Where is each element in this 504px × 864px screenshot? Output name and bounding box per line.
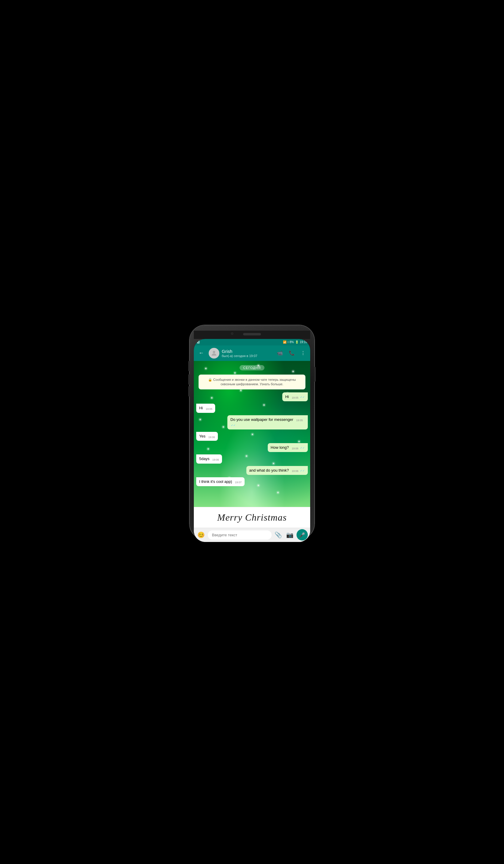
last-seen: был(-а) сегодня в 19:07 (222, 354, 275, 358)
emoji-button[interactable]: 😊 (196, 530, 206, 540)
message-text: I think it's cool app) (199, 479, 232, 484)
message-row: I think it's cool app) 19:07 (196, 477, 308, 486)
notification-icon: 🖼 (197, 340, 200, 344)
encryption-notice: 🔒 Сообщения и звонки в данном чате тепер… (199, 374, 305, 390)
message-time: 19:06 (292, 469, 299, 473)
message-text: and what do you think? (249, 468, 289, 472)
merry-christmas-text: Merry Christmas (217, 512, 287, 523)
battery-level: 8% (290, 340, 294, 344)
message-ticks: ✓✓ (300, 469, 305, 472)
message-time: 19:06 (208, 435, 215, 439)
message-text: How long? (271, 445, 289, 450)
message-bubble-received: I think it's cool app) 19:07 (196, 477, 244, 486)
phone-content: 🖼 📶 Ⅰ 8% 🔋 19:10 ← (194, 339, 310, 542)
more-options-button[interactable]: ⋮ (298, 348, 308, 358)
phone-camera (231, 333, 233, 335)
phone-speaker (243, 333, 261, 335)
message-text: Hi (199, 406, 203, 410)
message-row: and what do you think? 19:06 ✓✓ (196, 466, 308, 475)
status-right: 📶 Ⅰ 8% 🔋 19:10 (283, 340, 307, 344)
message-row: How long? 19:06 ✓✓ (196, 443, 308, 452)
status-left: 🖼 (197, 340, 200, 344)
message-time: 19:07 (235, 481, 242, 484)
message-bubble-received: Yes 19:06 (196, 432, 218, 441)
avatar (209, 348, 219, 359)
contact-info: Grish был(-а) сегодня в 19:07 (222, 349, 275, 358)
message-text: Do you use wallpaper for messenger (230, 417, 293, 422)
avatar-icon (211, 350, 218, 357)
merry-christmas-banner: Merry Christmas (194, 507, 310, 528)
status-bar: 🖼 📶 Ⅰ 8% 🔋 19:10 (194, 339, 310, 346)
message-text: Yes (199, 434, 205, 439)
message-bubble-sent: How long? 19:06 ✓✓ (268, 443, 308, 452)
chat-area: СЕГОДНЯ 🔒 Сообщения и звонки в данном ча… (194, 361, 310, 507)
phone-frame: 🖼 📶 Ⅰ 8% 🔋 19:10 ← (190, 325, 314, 539)
app-bar: ← Grish был(-а) сегодня в 19:07 📹 📞 ⋮ (194, 346, 310, 361)
message-bubble-sent: Do you use wallpaper for messenger 19:05… (227, 415, 308, 430)
message-time: 19:05 (292, 396, 299, 400)
video-call-button[interactable]: 📹 (275, 348, 285, 358)
clock: 19:10 (300, 340, 307, 344)
message-text: Hi (285, 394, 289, 399)
message-bubble-received: Hi 19:05 (196, 404, 215, 412)
camera-button[interactable]: 📷 (285, 530, 295, 540)
phone-top-bezel (194, 331, 310, 339)
signal-bars: Ⅰ (288, 340, 288, 344)
message-ticks: ✓✓ (300, 446, 305, 449)
message-time: 19:06 (292, 447, 299, 451)
mic-button[interactable]: 🎤 (297, 529, 308, 540)
wifi-icon: 📶 (283, 340, 286, 344)
battery-icon: 🔋 (295, 340, 299, 344)
attach-button[interactable]: 📎 (273, 530, 283, 540)
message-time: 19:05 (296, 419, 303, 422)
message-input[interactable] (208, 530, 272, 540)
chat-content: СЕГОДНЯ 🔒 Сообщения и звонки в данном ча… (194, 361, 310, 489)
message-time: 19:06 (212, 458, 219, 462)
message-time: 19:05 (206, 407, 213, 411)
message-row: Yes 19:06 (196, 432, 308, 441)
input-bar: 😊 📎 📷 🎤 (194, 528, 310, 542)
back-button[interactable]: ← (196, 348, 206, 359)
mic-icon: 🎤 (299, 532, 305, 538)
message-row: Hi 19:05 ✓✓ (196, 392, 308, 401)
phone-screen: 🖼 📶 Ⅰ 8% 🔋 19:10 ← (194, 339, 310, 542)
svg-point-0 (213, 351, 215, 353)
message-text: 5days (199, 456, 209, 461)
message-ticks: ✓✓ (300, 396, 305, 399)
message-ticks: ✓✓ (231, 424, 236, 427)
voice-call-button[interactable]: 📞 (286, 348, 297, 358)
app-bar-actions: 📹 📞 ⋮ (275, 348, 308, 358)
message-row: 5days 19:06 (196, 454, 308, 463)
contact-name: Grish (222, 349, 275, 354)
message-row: Hi 19:05 (196, 404, 308, 412)
date-label: СЕГОДНЯ (240, 365, 264, 370)
chat-bottom: Merry Christmas 😊 📎 📷 🎤 (194, 507, 310, 542)
date-divider: СЕГОДНЯ (196, 365, 308, 370)
message-bubble-received: 5days 19:06 (196, 454, 222, 463)
message-bubble-sent: Hi 19:05 ✓✓ (282, 392, 308, 401)
message-row: Do you use wallpaper for messenger 19:05… (196, 415, 308, 430)
message-bubble-sent: and what do you think? 19:06 ✓✓ (247, 466, 308, 475)
